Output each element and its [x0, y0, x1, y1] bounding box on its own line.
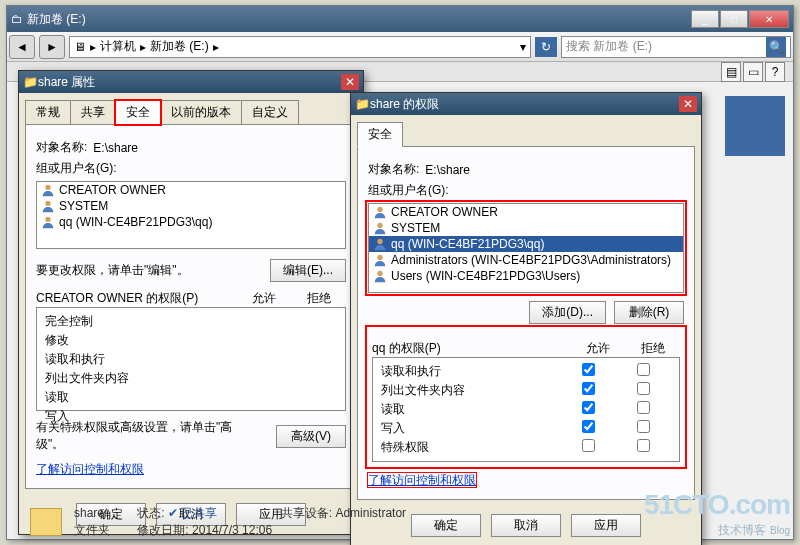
- group-users-label: 组或用户名(G):: [368, 182, 449, 199]
- share-label: 共享设备:: [281, 506, 332, 520]
- dropdown-icon[interactable]: ▾: [520, 40, 526, 54]
- breadcrumb[interactable]: 🖥 ▸ 计算机 ▸ 新加卷 (E:) ▸ ▾: [69, 36, 531, 58]
- tab-security[interactable]: 安全: [357, 122, 403, 147]
- help-icon[interactable]: ?: [765, 62, 785, 82]
- maximize-button[interactable]: □: [720, 10, 748, 28]
- permissions-tabs: 安全: [357, 122, 695, 147]
- list-item[interactable]: SYSTEM: [369, 220, 683, 236]
- permission-name: 读取和执行: [381, 363, 561, 380]
- tab-security[interactable]: 安全: [115, 100, 161, 125]
- search-box[interactable]: 搜索 新加卷 (E:) 🔍: [561, 36, 791, 58]
- folder-icon: [30, 508, 62, 536]
- breadcrumb-sep: ▸: [90, 40, 96, 54]
- users-listbox[interactable]: CREATOR OWNERSYSTEMqq (WIN-CE4BF21PDG3\q…: [368, 203, 684, 293]
- allow-checkbox[interactable]: [582, 420, 595, 433]
- preview-icon[interactable]: ▭: [743, 62, 763, 82]
- explorer-toolbar: ◄ ► 🖥 ▸ 计算机 ▸ 新加卷 (E:) ▸ ▾ ↻ 搜索 新加卷 (E:)…: [7, 32, 793, 62]
- deny-checkbox[interactable]: [637, 401, 650, 414]
- user-name: SYSTEM: [59, 199, 108, 213]
- user-icon: [373, 221, 387, 235]
- tab-sharing[interactable]: 共享: [70, 100, 116, 125]
- list-item[interactable]: Users (WIN-CE4BF21PDG3\Users): [369, 268, 683, 284]
- permissions-listbox: 完全控制修改读取和执行列出文件夹内容读取写入: [36, 307, 346, 411]
- minimize-button[interactable]: _: [691, 10, 719, 28]
- object-name-label: 对象名称:: [368, 161, 419, 178]
- add-button[interactable]: 添加(D)...: [529, 301, 606, 324]
- state-value: 已共享: [181, 506, 217, 520]
- allow-header: 允许: [236, 290, 291, 307]
- allow-checkbox[interactable]: [582, 363, 595, 376]
- apply-button[interactable]: 应用: [571, 514, 641, 537]
- deny-checkbox[interactable]: [637, 382, 650, 395]
- allow-checkbox[interactable]: [582, 439, 595, 452]
- properties-titlebar: 📁 share 属性 ✕: [19, 71, 363, 93]
- permissions-body: 对象名称: E:\share 组或用户名(G): CREATOR OWNERSY…: [357, 146, 695, 500]
- list-item[interactable]: qq (WIN-CE4BF21PDG3\qq): [369, 236, 683, 252]
- tab-general[interactable]: 常规: [25, 100, 71, 125]
- share-value: Administrator: [335, 506, 406, 520]
- object-name-value: E:\share: [93, 141, 138, 155]
- user-icon: [41, 215, 55, 229]
- permission-row: 列出文件夹内容: [45, 369, 337, 388]
- advanced-button[interactable]: 高级(V): [276, 425, 346, 448]
- permission-row: 读取: [45, 388, 337, 407]
- edit-button[interactable]: 编辑(E)...: [270, 259, 346, 282]
- permission-name: 列出文件夹内容: [45, 370, 337, 387]
- user-icon: [373, 269, 387, 283]
- user-name: Administrators (WIN-CE4BF21PDG3\Administ…: [391, 253, 671, 267]
- properties-title: share 属性: [38, 74, 341, 91]
- permission-name: 修改: [45, 332, 337, 349]
- ok-button[interactable]: 确定: [411, 514, 481, 537]
- learn-acl-link[interactable]: 了解访问控制和权限: [368, 473, 476, 487]
- remove-button[interactable]: 删除(R): [614, 301, 684, 324]
- list-item[interactable]: CREATOR OWNER: [37, 182, 345, 198]
- learn-acl-link[interactable]: 了解访问控制和权限: [36, 462, 144, 476]
- user-name: qq (WIN-CE4BF21PDG3\qq): [59, 215, 212, 229]
- modified-value: 2014/7/3 12:06: [192, 523, 272, 537]
- watermark-brand: 51CTO.com: [644, 489, 790, 521]
- users-listbox[interactable]: CREATOR OWNERSYSTEMqq (WIN-CE4BF21PDG3\q…: [36, 181, 346, 249]
- close-button[interactable]: ✕: [749, 10, 789, 28]
- refresh-button[interactable]: ↻: [535, 37, 557, 57]
- close-icon[interactable]: ✕: [679, 96, 697, 112]
- tab-previous[interactable]: 以前的版本: [160, 100, 242, 125]
- allow-header: 允许: [570, 340, 625, 357]
- breadcrumb-item[interactable]: 计算机: [100, 38, 136, 55]
- view-icon[interactable]: ▤: [721, 62, 741, 82]
- permissions-checklist: 读取和执行 列出文件夹内容 读取 写入 特殊权限: [372, 357, 680, 462]
- permissions-title: share 的权限: [370, 96, 679, 113]
- search-icon[interactable]: 🔍: [766, 37, 786, 57]
- watermark-tag: Blog: [770, 525, 790, 536]
- watermark-sub: 技术博客: [718, 523, 766, 537]
- list-item[interactable]: qq (WIN-CE4BF21PDG3\qq): [37, 214, 345, 230]
- allow-checkbox[interactable]: [582, 382, 595, 395]
- list-item[interactable]: SYSTEM: [37, 198, 345, 214]
- computer-icon: 🖥: [74, 40, 86, 54]
- nav-fwd-button[interactable]: ►: [39, 35, 65, 59]
- deny-checkbox[interactable]: [637, 363, 650, 376]
- permissions-dialog: 📁 share 的权限 ✕ 安全 对象名称: E:\share 组或用户名(G)…: [350, 92, 702, 545]
- nav-back-button[interactable]: ◄: [9, 35, 35, 59]
- permission-name: 完全控制: [45, 313, 337, 330]
- list-item[interactable]: Administrators (WIN-CE4BF21PDG3\Administ…: [369, 252, 683, 268]
- tab-custom[interactable]: 自定义: [241, 100, 299, 125]
- deny-checkbox[interactable]: [637, 420, 650, 433]
- deny-header: 拒绝: [291, 290, 346, 307]
- folder-pane-strip: [725, 96, 785, 156]
- cancel-button[interactable]: 取消: [491, 514, 561, 537]
- item-name: share: [74, 506, 134, 520]
- deny-checkbox[interactable]: [637, 439, 650, 452]
- permission-name: 读取: [381, 401, 561, 418]
- svg-point-1: [45, 201, 50, 206]
- permission-name: 读取和执行: [45, 351, 337, 368]
- allow-checkbox[interactable]: [582, 401, 595, 414]
- permission-row: 写入: [381, 419, 671, 438]
- list-item[interactable]: CREATOR OWNER: [369, 204, 683, 220]
- status-bar: share 状态: ✔ 已共享 共享设备: Administrator 文件夹 …: [30, 505, 406, 539]
- type-label: 文件夹: [74, 522, 134, 539]
- close-icon[interactable]: ✕: [341, 74, 359, 90]
- breadcrumb-item[interactable]: 新加卷 (E:): [150, 38, 209, 55]
- svg-point-2: [45, 217, 50, 222]
- search-placeholder: 搜索 新加卷 (E:): [566, 38, 652, 55]
- svg-point-5: [377, 239, 382, 244]
